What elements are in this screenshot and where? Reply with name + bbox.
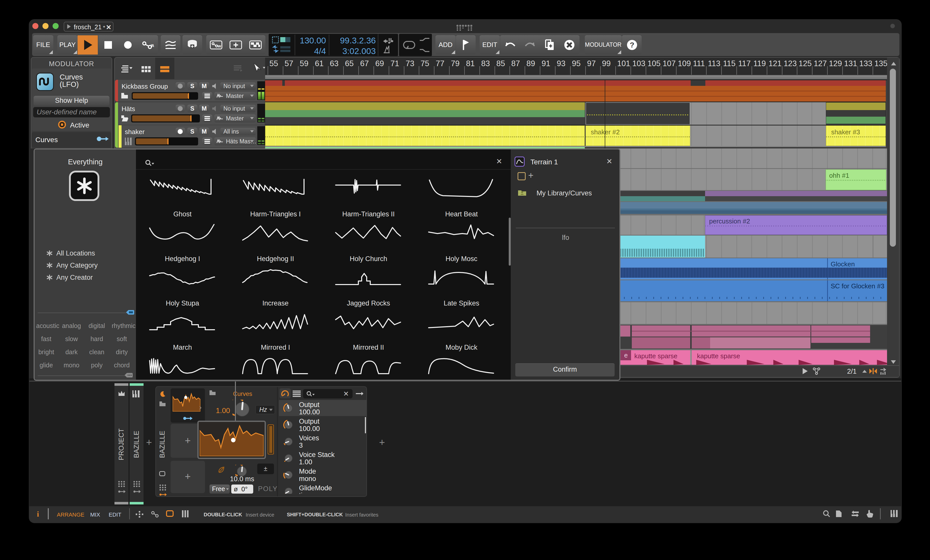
- svg-text:w: w: [151, 42, 154, 48]
- svg-text:w: w: [217, 44, 221, 48]
- svg-text:?: ?: [630, 41, 634, 49]
